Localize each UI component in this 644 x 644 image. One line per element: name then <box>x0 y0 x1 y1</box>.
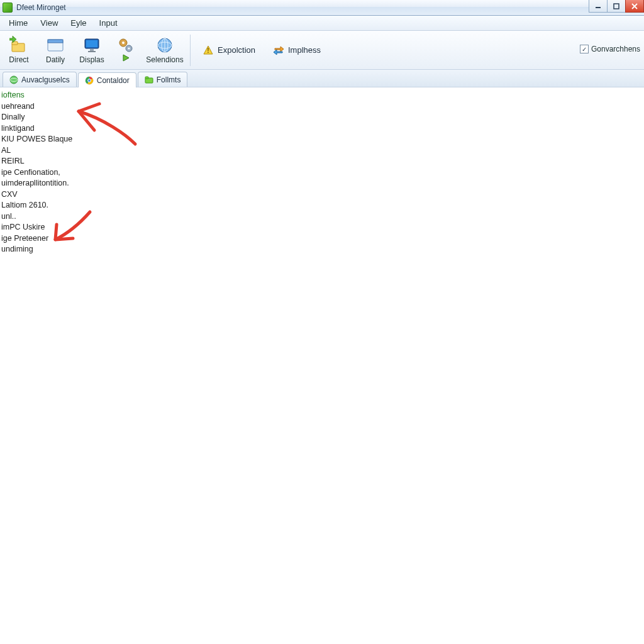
folder-green-icon <box>145 75 153 84</box>
globe-green-icon <box>9 75 18 84</box>
svg-text:!: ! <box>207 47 209 54</box>
list-item[interactable]: unl.. <box>1 211 644 223</box>
svg-rect-8 <box>48 40 63 43</box>
list-item[interactable]: linktigand <box>1 123 644 135</box>
toolbar: Direct Datily Displas <box>0 31 644 70</box>
svg-marker-17 <box>123 55 129 61</box>
toolbar-group-left: Direct Datily Displas <box>4 34 185 66</box>
minimize-button[interactable] <box>589 0 608 13</box>
list-item[interactable]: ipe Cenfionation, <box>1 167 644 179</box>
list-item[interactable]: ige Preteener <box>1 233 644 245</box>
tab-auvaclguselcs[interactable]: Auvaclguselcs <box>3 72 77 87</box>
list-item[interactable]: uimderapllitontition. <box>1 178 644 189</box>
list-item[interactable]: KIU POWES Blaque <box>1 134 644 145</box>
list-item[interactable]: Laltiom 2610. <box>1 200 644 211</box>
maximize-icon <box>613 3 619 9</box>
tab-auvaclguselcs-label: Auvaclguselcs <box>21 75 70 84</box>
svg-rect-1 <box>614 4 619 9</box>
checkbox-icon: ✓ <box>580 45 589 53</box>
chrome-icon <box>85 76 94 85</box>
monitor-icon <box>82 36 101 55</box>
toolbar-expolction-label: Expolction <box>218 45 255 55</box>
svg-point-16 <box>128 47 130 49</box>
tab-bar: Auvaclguselcs Contaldor Follmts <box>0 70 644 87</box>
list-header[interactable]: ioftens <box>1 90 644 101</box>
gears-icon <box>116 36 135 55</box>
toolbar-datily-label: Datily <box>46 55 65 64</box>
window-icon <box>46 36 65 55</box>
list-item[interactable]: Dinally <box>1 112 644 123</box>
item-list: ioftens uehreand Dinally linktigand KIU … <box>0 87 644 255</box>
app-icon <box>3 3 13 13</box>
tab-contaldor[interactable]: Contaldor <box>78 72 136 87</box>
svg-rect-10 <box>86 40 97 47</box>
close-icon <box>631 3 638 9</box>
toolbar-direct-label: Direct <box>9 55 28 64</box>
close-button[interactable] <box>625 0 644 13</box>
list-item[interactable]: undiming <box>1 244 644 255</box>
svg-rect-12 <box>88 51 96 52</box>
toolbar-expolction-button[interactable]: ! Expolction <box>196 42 262 59</box>
tab-contaldor-label: Contaldor <box>97 76 130 85</box>
play-icon <box>116 53 135 62</box>
list-item[interactable]: CXV <box>1 189 644 201</box>
menu-eyle[interactable]: Eyle <box>64 16 92 30</box>
menu-input[interactable]: Input <box>93 16 124 30</box>
menubar: Hime View Eyle Input <box>0 16 644 31</box>
folder-arrow-icon <box>9 36 28 55</box>
svg-point-14 <box>122 42 125 44</box>
toolbar-gonvarchhens-checkbox[interactable]: ✓ Gonvarchhens <box>580 45 640 53</box>
content-area: ioftens uehreand Dinally linktigand KIU … <box>0 87 644 644</box>
list-item[interactable]: REIRL <box>1 156 644 167</box>
toolbar-implies-button[interactable]: Implhess <box>266 42 328 59</box>
list-item[interactable]: imPC Uskire <box>1 222 644 233</box>
globe-icon <box>155 36 174 55</box>
minimize-icon <box>595 3 601 9</box>
swap-arrows-icon <box>273 45 284 56</box>
window-buttons <box>589 0 644 13</box>
tab-follmts[interactable]: Follmts <box>138 72 188 87</box>
maximize-button[interactable] <box>607 0 626 13</box>
list-item[interactable]: uehreand <box>1 101 644 113</box>
toolbar-selendions-label: Selendions <box>146 55 183 64</box>
toolbar-selendions-button[interactable]: Selendions <box>145 34 185 66</box>
svg-rect-11 <box>90 49 94 51</box>
list-item[interactable]: AL <box>1 145 644 157</box>
toolbar-direct-button[interactable]: Direct <box>4 34 34 66</box>
window-title: Dfeet Mironget <box>16 3 66 12</box>
toolbar-datily-button[interactable]: Datily <box>40 34 70 66</box>
svg-point-24 <box>10 76 18 84</box>
toolbar-implies-label: Implhess <box>288 45 321 55</box>
toolbar-separator <box>190 35 191 66</box>
titlebar: Dfeet Mironget <box>0 0 644 16</box>
menu-hime[interactable]: Hime <box>3 16 34 30</box>
svg-point-27 <box>87 79 91 82</box>
warning-triangle-icon: ! <box>203 45 214 56</box>
toolbar-displas-label: Displas <box>79 55 104 64</box>
tab-follmts-label: Follmts <box>157 75 181 84</box>
toolbar-displas-button[interactable]: Displas <box>77 34 107 66</box>
toolbar-gonvarchhens-label: Gonvarchhens <box>591 45 640 53</box>
menu-view[interactable]: View <box>34 16 64 30</box>
toolbar-gears-button[interactable] <box>113 34 138 64</box>
svg-rect-29 <box>145 77 148 79</box>
